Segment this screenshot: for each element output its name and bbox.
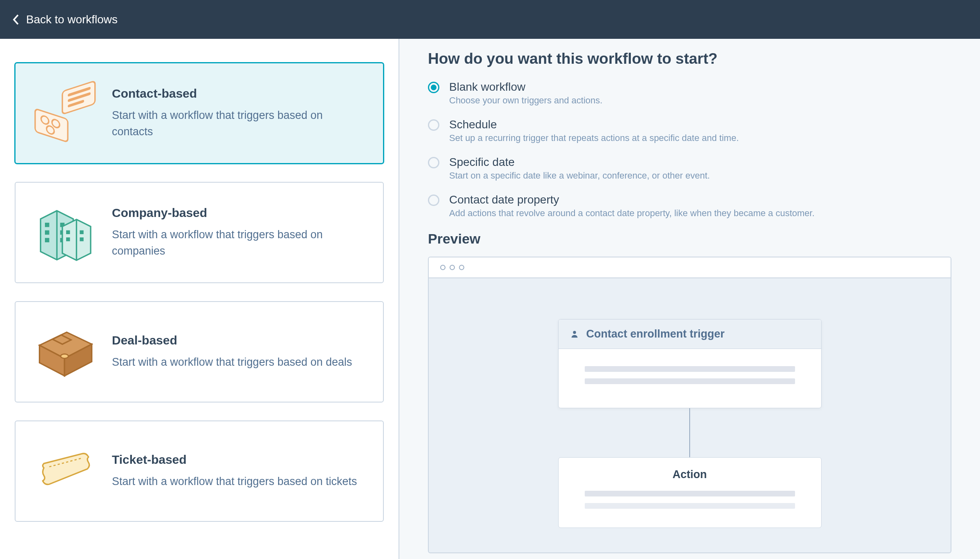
preview-canvas: Contact enrollment trigger Action (429, 278, 951, 552)
radio-description: Set up a recurring trigger that repeats … (449, 133, 739, 143)
card-description: Start with a workflow that triggers base… (112, 473, 357, 490)
radio-description: Choose your own triggers and actions. (449, 95, 602, 106)
basis-panel: Contact-based Start with a workflow that… (0, 39, 399, 559)
radio-label: Schedule (449, 118, 739, 131)
card-title: Ticket-based (112, 453, 357, 467)
radio-button[interactable] (428, 82, 439, 93)
window-dot-icon (450, 265, 455, 270)
radio-option-blank[interactable]: Blank workflow Choose your own triggers … (428, 80, 951, 106)
card-title: Contact-based (112, 87, 367, 101)
radio-label: Contact date property (449, 193, 815, 206)
person-icon (570, 330, 579, 339)
card-description: Start with a workflow that triggers base… (112, 226, 367, 259)
svg-rect-20 (80, 230, 83, 234)
radio-option-schedule[interactable]: Schedule Set up a recurring trigger that… (428, 118, 951, 143)
window-dot-icon (459, 265, 464, 270)
radio-description: Start on a specific date like a webinar,… (449, 170, 710, 181)
radio-button[interactable] (428, 157, 439, 168)
card-title: Company-based (112, 206, 367, 220)
placeholder-line (585, 491, 795, 496)
action-card-title: Action (585, 468, 795, 481)
back-label: Back to workflows (26, 13, 118, 26)
card-text: Ticket-based Start with a workflow that … (112, 453, 357, 490)
address-book-icon (32, 80, 97, 146)
buildings-icon (32, 200, 97, 265)
svg-rect-18 (66, 230, 70, 234)
card-title: Deal-based (112, 333, 352, 347)
placeholder-line (585, 378, 795, 384)
card-text: Deal-based Start with a workflow that tr… (112, 333, 352, 371)
ticket-icon (32, 438, 97, 504)
radio-description: Add actions that revolve around a contac… (449, 208, 815, 219)
card-contact-based[interactable]: Contact-based Start with a workflow that… (15, 63, 384, 164)
connector-line-icon (689, 408, 690, 457)
placeholder-line (585, 503, 795, 509)
radio-button[interactable] (428, 195, 439, 206)
preview-heading: Preview (428, 231, 951, 247)
svg-point-28 (573, 331, 576, 333)
svg-rect-19 (66, 237, 70, 241)
radio-option-contact-date[interactable]: Contact date property Add actions that r… (428, 193, 951, 219)
svg-point-26 (61, 354, 69, 358)
card-description: Start with a workflow that triggers base… (112, 354, 352, 371)
radio-label: Blank workflow (449, 80, 602, 94)
svg-rect-21 (80, 237, 83, 241)
svg-rect-12 (45, 238, 49, 242)
action-card: Action (558, 457, 822, 528)
trigger-card-title: Contact enrollment trigger (586, 328, 725, 340)
radio-label: Specific date (449, 156, 710, 169)
preview-frame: Contact enrollment trigger Action (428, 257, 951, 553)
window-dot-icon (440, 265, 445, 270)
back-to-workflows-button[interactable]: Back to workflows (11, 13, 118, 26)
radio-button[interactable] (428, 119, 439, 131)
right-panel-title: How do you want this workflow to start? (428, 50, 951, 67)
svg-rect-10 (45, 223, 49, 227)
card-description: Start with a workflow that triggers base… (112, 107, 367, 140)
preview-window-dots (429, 257, 951, 278)
svg-rect-11 (45, 230, 49, 235)
card-text: Contact-based Start with a workflow that… (112, 87, 367, 140)
placeholder-line (585, 366, 795, 372)
main-content: Contact-based Start with a workflow that… (0, 39, 980, 559)
chevron-left-icon (11, 13, 20, 26)
trigger-card: Contact enrollment trigger (558, 319, 822, 408)
briefcase-icon (32, 319, 97, 385)
card-text: Company-based Start with a workflow that… (112, 206, 367, 259)
card-deal-based[interactable]: Deal-based Start with a workflow that tr… (15, 301, 384, 402)
trigger-card-header: Contact enrollment trigger (559, 320, 821, 349)
radio-option-specific-date[interactable]: Specific date Start on a specific date l… (428, 156, 951, 181)
card-ticket-based[interactable]: Ticket-based Start with a workflow that … (15, 420, 384, 522)
card-company-based[interactable]: Company-based Start with a workflow that… (15, 182, 384, 283)
top-header: Back to workflows (0, 0, 980, 39)
trigger-card-body (559, 349, 821, 408)
start-options-panel: How do you want this workflow to start? … (399, 39, 980, 559)
start-type-radio-group: Blank workflow Choose your own triggers … (428, 80, 951, 219)
